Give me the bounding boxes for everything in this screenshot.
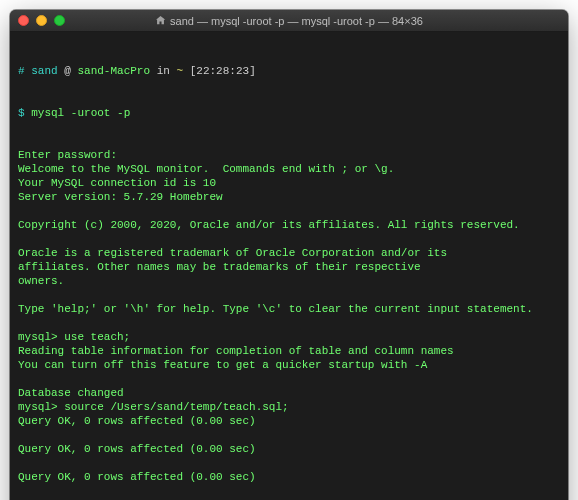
prompt-at: @: [64, 65, 71, 77]
terminal-body[interactable]: # sand @ sand-MacPro in ~ [22:28:23] $ m…: [10, 32, 568, 500]
home-icon: [155, 15, 166, 26]
terminal-window: sand — mysql -uroot -p — mysql -uroot -p…: [10, 10, 568, 500]
output-line: Type 'help;' or '\h' for help. Type '\c'…: [18, 302, 560, 316]
output-line: [18, 484, 560, 498]
output-line: Reading table information for completion…: [18, 344, 560, 358]
window-title-text: sand — mysql -uroot -p — mysql -uroot -p…: [170, 15, 423, 27]
output-line: Server version: 5.7.29 Homebrew: [18, 190, 560, 204]
terminal-output: Enter password:Welcome to the MySQL moni…: [18, 148, 560, 500]
output-line: You can turn off this feature to get a q…: [18, 358, 560, 372]
output-line: Your MySQL connection id is 10: [18, 176, 560, 190]
prompt-line-2: $ mysql -uroot -p: [18, 106, 560, 120]
prompt-user: sand: [31, 65, 57, 77]
output-line: Copyright (c) 2000, 2020, Oracle and/or …: [18, 218, 560, 232]
window-title: sand — mysql -uroot -p — mysql -uroot -p…: [10, 15, 568, 27]
output-line: mysql> source /Users/sand/temp/teach.sql…: [18, 400, 560, 414]
output-line: [18, 428, 560, 442]
output-line: [18, 456, 560, 470]
minimize-icon[interactable]: [36, 15, 47, 26]
prompt-time: [22:28:23]: [190, 65, 256, 77]
output-line: Welcome to the MySQL monitor. Commands e…: [18, 162, 560, 176]
output-line: [18, 372, 560, 386]
output-line: owners.: [18, 274, 560, 288]
output-line: Database changed: [18, 386, 560, 400]
prompt-line-1: # sand @ sand-MacPro in ~ [22:28:23]: [18, 64, 560, 78]
output-line: Query OK, 0 rows affected (0.00 sec): [18, 414, 560, 428]
prompt-host: sand-MacPro: [77, 65, 150, 77]
prompt-hash: #: [18, 65, 25, 77]
prompt-in: in: [157, 65, 170, 77]
zoom-icon[interactable]: [54, 15, 65, 26]
output-line: [18, 316, 560, 330]
shell-command: mysql -uroot -p: [31, 107, 130, 119]
close-icon[interactable]: [18, 15, 29, 26]
titlebar: sand — mysql -uroot -p — mysql -uroot -p…: [10, 10, 568, 32]
output-line: [18, 204, 560, 218]
output-line: mysql> use teach;: [18, 330, 560, 344]
output-line: Oracle is a registered trademark of Orac…: [18, 246, 560, 260]
output-line: [18, 232, 560, 246]
output-line: [18, 288, 560, 302]
output-line: Query OK, 0 rows affected (0.00 sec): [18, 470, 560, 484]
output-line: Enter password:: [18, 148, 560, 162]
output-line: Query OK, 0 rows affected (0.00 sec): [18, 442, 560, 456]
output-line: affiliates. Other names may be trademark…: [18, 260, 560, 274]
prompt-dollar: $: [18, 107, 25, 119]
window-controls: [18, 15, 65, 26]
prompt-dir: ~: [177, 65, 184, 77]
